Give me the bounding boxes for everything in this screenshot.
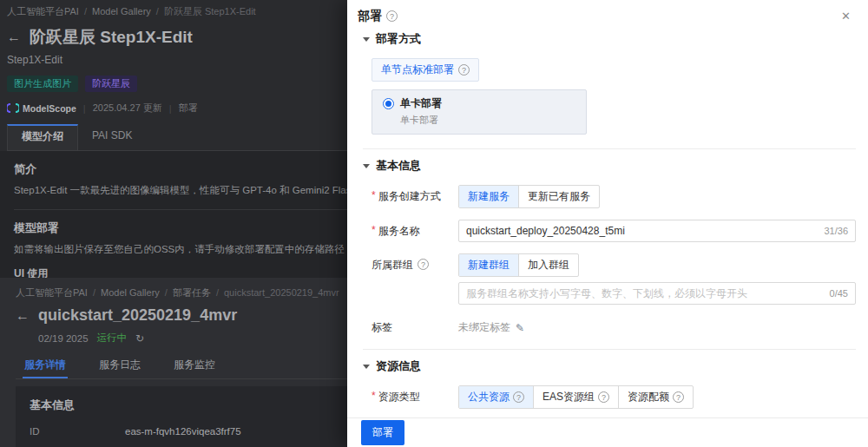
tag-empty-text: 未绑定标签 bbox=[458, 320, 510, 335]
tag-image-gen: 图片生成图片 bbox=[7, 76, 78, 92]
tag-vendor: 阶跃星辰 bbox=[85, 76, 137, 92]
panel-title: 部署 bbox=[358, 9, 382, 24]
deploy-button[interactable]: 部署 bbox=[361, 420, 404, 445]
deploy-panel: 部署 ? ✕ 部署方式 单节点标准部署 ? 单卡部署 单卡部署 基本信息 bbox=[347, 0, 868, 447]
status-badge: 运行中 bbox=[97, 332, 128, 345]
resource-type-quota[interactable]: 资源配额 ? bbox=[618, 386, 693, 408]
breadcrumb-item[interactable]: Model Gallery bbox=[92, 6, 151, 16]
help-icon[interactable]: ? bbox=[418, 259, 429, 270]
back-icon[interactable]: ← bbox=[7, 30, 21, 45]
char-counter: 31/36 bbox=[824, 226, 855, 236]
help-icon[interactable]: ? bbox=[513, 391, 524, 403]
resource-type-public[interactable]: 公共资源 ? bbox=[459, 386, 533, 408]
deploy-mode-chip[interactable]: 单节点标准部署 ? bbox=[372, 58, 479, 82]
single-gpu-option[interactable]: 单卡部署 单卡部署 bbox=[372, 89, 587, 135]
task-title: quickstart_20250219_4mvr bbox=[38, 306, 237, 325]
row-create-mode: 服务创建方式 新建服务 更新已有服务 bbox=[363, 185, 856, 208]
row-service-name: 服务名称 31/36 bbox=[363, 220, 856, 242]
modelscope-icon bbox=[7, 103, 19, 113]
breadcrumb-item[interactable]: 部署任务 bbox=[173, 287, 211, 298]
tab-model-intro[interactable]: 模型介绍 bbox=[7, 124, 78, 150]
chevron-down-icon bbox=[363, 37, 370, 42]
resource-type-eas-group[interactable]: EAS资源组 ? bbox=[533, 386, 618, 408]
back-icon[interactable]: ← bbox=[16, 308, 30, 324]
row-resource-type: 资源类型 公共资源 ? EAS资源组 ? 资源配额 ? bbox=[363, 385, 856, 409]
radio-selected-icon[interactable] bbox=[383, 98, 394, 109]
group-mode-new[interactable]: 新建群组 bbox=[459, 254, 518, 276]
breadcrumb-item: quickstart_20250219_4mvr bbox=[224, 287, 339, 298]
help-icon[interactable]: ? bbox=[673, 391, 684, 403]
tab-service-detail[interactable]: 服务详情 bbox=[23, 353, 68, 378]
section-basic-info[interactable]: 基本信息 bbox=[363, 158, 856, 174]
create-mode-update[interactable]: 更新已有服务 bbox=[518, 186, 599, 207]
tab-service-log[interactable]: 服务日志 bbox=[97, 353, 142, 378]
modelscope-logo: ModelScope bbox=[7, 103, 76, 114]
help-icon[interactable]: ? bbox=[458, 64, 470, 76]
breadcrumb-item[interactable]: Model Gallery bbox=[101, 287, 160, 298]
page-title: 阶跃星辰 Step1X-Edit bbox=[30, 26, 193, 49]
edit-icon[interactable]: ✎ bbox=[516, 322, 524, 334]
section-deploy-method[interactable]: 部署方式 bbox=[363, 31, 856, 47]
help-icon[interactable]: ? bbox=[598, 391, 609, 403]
create-mode-new[interactable]: 新建服务 bbox=[459, 186, 518, 207]
tab-service-monitor[interactable]: 服务监控 bbox=[172, 353, 217, 378]
updated-date: 2025.04.27 更新 bbox=[93, 102, 162, 115]
chevron-down-icon bbox=[363, 164, 370, 168]
task-date: 02/19 2025 bbox=[38, 333, 89, 344]
refresh-icon[interactable]: ↻ bbox=[135, 332, 144, 345]
char-counter: 0/45 bbox=[830, 288, 855, 299]
modelscope-label: ModelScope bbox=[23, 103, 76, 114]
chevron-down-icon bbox=[363, 365, 370, 369]
help-icon[interactable]: ? bbox=[386, 10, 398, 22]
breadcrumb-item[interactable]: 人工智能平台PAI bbox=[7, 6, 79, 16]
row-tags: 标签 未绑定标签 ✎ bbox=[363, 316, 856, 335]
section-resource-info[interactable]: 资源信息 bbox=[363, 358, 856, 374]
breadcrumb-item: 阶跃星辰 Step1X-Edit bbox=[164, 6, 256, 16]
breadcrumb-item[interactable]: 人工智能平台PAI bbox=[16, 287, 88, 298]
panel-footer: 部署 bbox=[347, 417, 868, 447]
panel-body: 部署方式 单节点标准部署 ? 单卡部署 单卡部署 基本信息 服务创建方式 新建服 bbox=[347, 23, 868, 417]
tab-pai-sdk[interactable]: PAI SDK bbox=[78, 124, 146, 150]
group-name-input[interactable] bbox=[459, 287, 830, 299]
group-mode-join[interactable]: 加入群组 bbox=[518, 254, 578, 276]
service-name-input[interactable] bbox=[459, 225, 824, 237]
row-group: 所属群组 ? 新建群组 加入群组 0/45 bbox=[363, 253, 856, 305]
deploy-link[interactable]: 部署 bbox=[179, 102, 198, 115]
